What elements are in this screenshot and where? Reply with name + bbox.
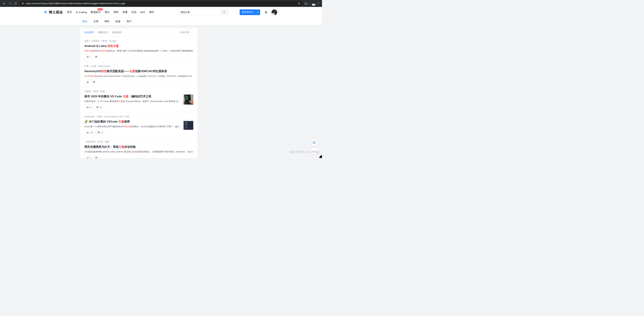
nav-item-home[interactable]: 首页: [67, 11, 72, 14]
chevron-down-icon: [190, 32, 192, 33]
user-avatar[interactable]: [272, 10, 277, 15]
browser-toolbar: juejin.cn/search?query=深色主题&fromSeo=0&fr…: [0, 0, 322, 7]
thumbs-up-icon: [86, 81, 89, 83]
result-title-link[interactable]: 探寻 2023 年的最佳 VS Code 主题：编码的艺术之美: [84, 94, 181, 98]
search-result-item[interactable]: 云喵君 · 2年前 · 前端 探寻 2023 年的最佳 VS Code 主题：编…: [80, 87, 198, 112]
sort-options: 综合排序最新优先最热优先: [84, 31, 122, 34]
comment-button[interactable]: 29: [94, 105, 104, 110]
result-thumbnail[interactable]: [184, 120, 193, 130]
nav-item-label: 直播: [122, 11, 127, 14]
result-meta: 一诺滚雪球 · 1月前 · 前端: [84, 140, 193, 143]
nav-item-label: AI Coding: [76, 11, 87, 14]
like-count: 2: [90, 156, 91, 158]
result-actions: 2: [84, 155, 193, 158]
result-title-link[interactable]: HarmonyOS深色模式适配实战——主题切换与WCAG对比度标准: [84, 69, 193, 73]
search-result-item[interactable]: 一诺滚雪球 · 1月前 · 前端 网页也懂黑夜与白天：系统主题自动切换 CSS原…: [80, 137, 198, 158]
nav-item-events[interactable]: 活动: [131, 11, 136, 14]
sort-comprehensive[interactable]: 综合排序: [84, 31, 94, 34]
result-thumbnail[interactable]: [184, 94, 193, 105]
comment-button[interactable]: [93, 54, 100, 59]
time-filter-dropdown[interactable]: 时间不限: [179, 30, 193, 35]
search-result-item[interactable]: 这是一个好名字 · 6年前 · Google Android Q Labs| 深…: [80, 37, 198, 62]
search-tabbar: 综合文章课程标签用户: [0, 18, 322, 25]
nav-item-courses[interactable]: 课程: [114, 11, 118, 14]
comment-icon: [95, 157, 97, 158]
search-tabs: 综合文章课程标签用户: [40, 18, 282, 25]
nav-item-ai-coding[interactable]: AI Coding: [76, 11, 87, 14]
notification-button[interactable]: [264, 11, 268, 14]
like-button[interactable]: [84, 80, 91, 84]
result-title-link[interactable]: Android Q Labs| 深色主题: [84, 44, 193, 48]
laptop-photo-thumbnail: [184, 94, 193, 105]
back-arrow-icon: [3, 2, 6, 5]
juejin-logo-icon: [43, 10, 48, 14]
forward-arrow-icon: [8, 2, 12, 5]
search-input[interactable]: [178, 10, 220, 15]
bell-icon: [264, 11, 268, 14]
nav-item-label: 首页: [67, 11, 72, 14]
nav-item-live[interactable]: 直播: [122, 11, 127, 14]
thumbs-up-icon: [86, 106, 89, 108]
tab-courses[interactable]: 课程: [104, 20, 110, 23]
comment-button[interactable]: [93, 155, 100, 158]
sort-hottest[interactable]: 最热优先: [112, 31, 122, 34]
forward-button[interactable]: [8, 1, 12, 6]
like-button[interactable]: 1: [84, 54, 93, 59]
juejin-logo[interactable]: 稀土掘金: [43, 10, 63, 15]
result-description: CSS原生媒体特性 prefers-color-scheme 是实现主题自动切换…: [84, 150, 193, 153]
tab-comprehensive[interactable]: 综合: [82, 20, 88, 23]
url-bar[interactable]: juejin.cn/search?query=深色主题&fromSeo=0&fr…: [20, 1, 302, 6]
bookmark-star-icon[interactable]: [298, 2, 300, 5]
chevron-down-icon: [258, 12, 259, 13]
result-meta: wzkMaster · 2年前 · Visual Studio Code / 开…: [84, 115, 193, 118]
feedback-chat-icon: [312, 141, 316, 144]
profile-avatar-image: [312, 1, 316, 6]
creator-center-button[interactable]: 创作者中心: [240, 10, 260, 15]
comment-button[interactable]: 53: [96, 130, 106, 135]
like-button[interactable]: 55: [84, 105, 94, 110]
comment-icon: [98, 131, 100, 134]
creator-center-label: 创作者中心: [240, 11, 256, 14]
comment-icon: [96, 106, 98, 108]
back-button[interactable]: [2, 1, 6, 6]
tab-tags[interactable]: 标签: [116, 20, 121, 23]
like-count: 1: [90, 56, 91, 58]
extensions-icon[interactable]: [304, 2, 308, 5]
search-box: [178, 10, 228, 15]
result-title-link[interactable]: 网页也懂黑夜与白天：系统主题自动切换: [84, 145, 193, 149]
search-result-item[interactable]: 柠果 · 1月前 · HarmonyOS HarmonyOS深色模式适配实战——…: [80, 62, 198, 87]
result-description: Noctis是一个温和且对比度平衡的浅色与深色主题的集合。Noctis主题的设计…: [84, 125, 181, 128]
results-card: 综合排序最新优先最热优先 时间不限 这是一个好名字 · 6年前 · Google…: [80, 28, 198, 158]
tab-articles[interactable]: 文章: [94, 20, 98, 23]
result-description: 2.2 深色主题export const DarkTheme: ThemeCol…: [84, 75, 193, 78]
main-nav: 首页AI Coding数据标注NEW沸点课程直播活动APP插件: [67, 11, 154, 14]
nav-item-plugins[interactable]: 插件: [149, 11, 154, 14]
sort-newest[interactable]: 最新优先: [98, 31, 108, 34]
nav-item-label: 课程: [114, 11, 118, 14]
feedback-button[interactable]: [311, 139, 318, 146]
tab-users[interactable]: 用户: [127, 20, 132, 23]
nav-item-pins[interactable]: 沸点: [104, 11, 110, 14]
browser-profile-avatar[interactable]: [312, 1, 316, 6]
like-count: 55: [90, 106, 92, 109]
nav-item-label: 活动: [131, 11, 136, 14]
result-meta: 柠果 · 1月前 · HarmonyOS: [84, 65, 193, 68]
nav-item-data-annotation[interactable]: 数据标注NEW: [90, 11, 101, 14]
nav-item-app[interactable]: APP: [140, 11, 145, 14]
site-settings-icon[interactable]: [22, 2, 24, 5]
like-button[interactable]: 100: [84, 130, 96, 135]
url-text[interactable]: juejin.cn/search?query=深色主题&fromSeo=0&fr…: [26, 2, 125, 5]
search-result-item[interactable]: wzkMaster · 2年前 · Visual Studio Code / 开…: [80, 112, 198, 137]
result-meta: 这是一个好名字 · 6年前 · Google: [84, 40, 193, 43]
browser-menu-button[interactable]: [317, 1, 320, 6]
like-button[interactable]: 2: [84, 155, 93, 158]
reload-button[interactable]: [14, 1, 18, 6]
creator-center-dropdown[interactable]: [256, 10, 260, 15]
comment-button[interactable]: [91, 80, 97, 84]
sort-separator: [96, 31, 96, 34]
filter-bar: 综合排序最新优先最热优先 时间不限: [80, 28, 198, 37]
result-meta: 云喵君 · 2年前 · 前端: [84, 90, 193, 93]
result-title-link[interactable]: 🌈 冷门但好看的 VSCode 主题推荐: [84, 120, 181, 123]
search-button[interactable]: [220, 10, 228, 15]
results-list: 这是一个好名字 · 6年前 · Google Android Q Labs| 深…: [80, 37, 198, 158]
